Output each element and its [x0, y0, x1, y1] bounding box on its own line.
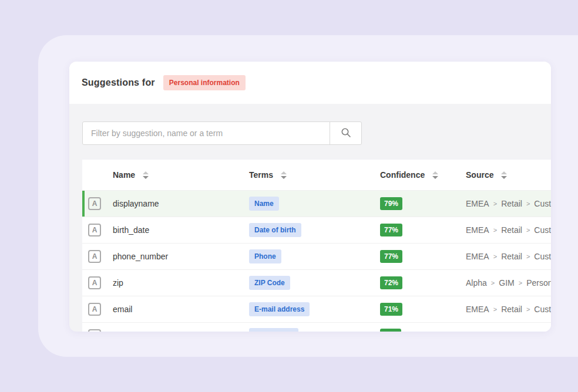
- confidence-cell: [380, 329, 466, 332]
- source-breadcrumb: Alpha>GIM>Person: [466, 278, 551, 288]
- confidence-cell: 77%: [380, 224, 466, 236]
- suggestions-card: Suggestions for Personal information Nam…: [69, 62, 551, 332]
- breadcrumb-part: Alpha: [466, 278, 487, 288]
- sort-icon[interactable]: [281, 171, 287, 179]
- confidence-badge: [380, 329, 401, 332]
- breadcrumb-chevron-icon: >: [519, 279, 522, 286]
- breadcrumb-part: Retail: [501, 305, 522, 314]
- breadcrumb-chevron-icon: >: [493, 200, 497, 207]
- column-label: Confidence: [380, 170, 425, 180]
- breadcrumb-chevron-icon: >: [526, 253, 530, 260]
- search-input[interactable]: [83, 122, 330, 144]
- table-row[interactable]: [82, 323, 551, 332]
- terms-cell: ZIP Code: [249, 276, 380, 290]
- table-row[interactable]: A phone_number Phone 77% EMEA>Retail>Cus…: [82, 244, 551, 270]
- breadcrumb-part: EMEA: [466, 199, 489, 208]
- type-icon-cell: A: [82, 197, 113, 210]
- confidence-badge: 71%: [380, 303, 402, 316]
- terms-cell: E-mail address: [249, 302, 380, 316]
- category-badge[interactable]: Personal information: [163, 75, 246, 90]
- search-icon: [341, 127, 351, 140]
- terms-cell: Date of birth: [249, 223, 380, 237]
- row-name: birth_date: [113, 225, 249, 235]
- confidence-badge: 79%: [380, 197, 402, 210]
- source-breadcrumb: EMEA>Retail>Cust: [466, 199, 551, 208]
- confidence-cell: 71%: [380, 303, 466, 316]
- confidence-cell: 72%: [380, 276, 466, 289]
- terms-cell: Name: [249, 197, 380, 211]
- source-breadcrumb: EMEA>Retail>Cust: [466, 252, 551, 261]
- search-button[interactable]: [330, 122, 361, 144]
- type-icon-cell: A: [82, 276, 113, 289]
- type-icon-cell: A: [82, 250, 113, 263]
- text-attribute-icon: A: [88, 224, 101, 236]
- term-badge[interactable]: [249, 328, 298, 332]
- table-header-row: Name Terms Confidence Source: [82, 160, 551, 191]
- breadcrumb-chevron-icon: >: [493, 227, 497, 234]
- source-breadcrumb: EMEA>Retail>Cust: [466, 225, 551, 235]
- breadcrumb-part: Cust: [534, 199, 551, 208]
- table-row[interactable]: A displayname Name 79% EMEA>Retail>Cust: [82, 191, 551, 217]
- breadcrumb-part: EMEA: [466, 305, 489, 314]
- text-attribute-icon: A: [88, 276, 101, 289]
- breadcrumb-chevron-icon: >: [493, 306, 497, 313]
- table-row[interactable]: A email E-mail address 71% EMEA>Retail>C…: [82, 296, 551, 323]
- breadcrumb-chevron-icon: >: [526, 200, 530, 207]
- breadcrumb-part: Cust: [534, 225, 551, 235]
- breadcrumb-chevron-icon: >: [526, 306, 530, 313]
- breadcrumb-part: Cust: [534, 252, 551, 261]
- term-badge[interactable]: Phone: [249, 249, 281, 263]
- column-header-confidence[interactable]: Confidence: [380, 170, 466, 180]
- confidence-badge: 77%: [380, 224, 402, 236]
- text-attribute-icon: A: [88, 303, 101, 316]
- text-attribute-icon: A: [88, 250, 101, 263]
- search-bar: [82, 121, 362, 145]
- suggestions-table: Name Terms Confidence Source A displayna…: [82, 160, 551, 332]
- type-icon-cell: A: [82, 224, 113, 236]
- breadcrumb-part: GIM: [499, 278, 514, 288]
- confidence-cell: 79%: [380, 197, 466, 210]
- table-body: A displayname Name 79% EMEA>Retail>Cust …: [82, 191, 551, 332]
- sort-icon[interactable]: [432, 171, 438, 179]
- source-breadcrumb: EMEA>Retail>Cust: [466, 305, 551, 314]
- breadcrumb-part: Cust: [534, 305, 551, 314]
- column-header-terms[interactable]: Terms: [249, 170, 380, 180]
- breadcrumb-chevron-icon: >: [526, 227, 530, 234]
- breadcrumb-part: EMEA: [466, 225, 489, 235]
- table-row[interactable]: A birth_date Date of birth 77% EMEA>Reta…: [82, 217, 551, 244]
- breadcrumb-part: Person: [526, 278, 551, 288]
- type-icon-cell: [82, 329, 113, 332]
- page-title: Suggestions for: [82, 77, 155, 88]
- breadcrumb-part: EMEA: [466, 252, 489, 261]
- row-name: email: [113, 305, 249, 314]
- term-badge[interactable]: Date of birth: [249, 223, 301, 237]
- row-name: displayname: [113, 199, 249, 208]
- sort-icon[interactable]: [143, 171, 149, 179]
- column-header-source[interactable]: Source: [466, 170, 551, 180]
- term-badge[interactable]: Name: [249, 197, 279, 211]
- confidence-badge: 77%: [380, 250, 402, 263]
- term-badge[interactable]: ZIP Code: [249, 276, 290, 290]
- card-header: Suggestions for Personal information: [69, 62, 551, 104]
- breadcrumb-part: Retail: [501, 252, 522, 261]
- type-icon-cell: A: [82, 303, 113, 316]
- column-header-name[interactable]: Name: [113, 170, 249, 180]
- breadcrumb-part: Retail: [501, 199, 522, 208]
- text-attribute-icon: A: [88, 197, 101, 210]
- confidence-cell: 77%: [380, 250, 466, 263]
- confidence-badge: 72%: [380, 276, 402, 289]
- text-attribute-icon: [88, 329, 101, 332]
- term-badge[interactable]: E-mail address: [249, 302, 310, 316]
- table-row[interactable]: A zip ZIP Code 72% Alpha>GIM>Person: [82, 270, 551, 296]
- terms-cell: [249, 328, 380, 332]
- sort-icon[interactable]: [501, 171, 507, 179]
- row-name: zip: [113, 278, 249, 288]
- terms-cell: Phone: [249, 249, 380, 263]
- row-name: phone_number: [113, 252, 249, 261]
- column-label: Name: [113, 170, 135, 180]
- breadcrumb-chevron-icon: >: [491, 279, 495, 286]
- breadcrumb-chevron-icon: >: [493, 253, 497, 260]
- column-label: Terms: [249, 170, 273, 180]
- column-label: Source: [466, 170, 493, 180]
- breadcrumb-part: Retail: [501, 225, 522, 235]
